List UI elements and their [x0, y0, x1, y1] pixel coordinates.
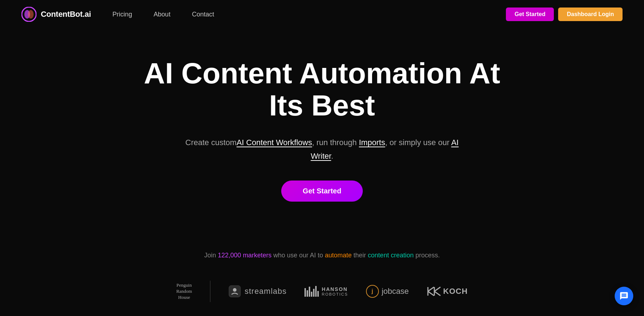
subtitle-middle: , run through: [312, 138, 357, 147]
prh-text: PenguinRandomHouse: [176, 282, 192, 301]
social-proof-text: Join 122,000 marketers who use our AI to…: [7, 252, 637, 259]
hanson-robotics-logo: HANSON ROBOTICS: [304, 286, 348, 297]
header: ContentBot.ai Pricing About Contact Get …: [0, 0, 644, 29]
chat-bubble-button[interactable]: [615, 287, 633, 305]
hanson-subtitle: ROBOTICS: [322, 292, 348, 296]
hanson-bars-icon: [304, 286, 319, 297]
main-nav: Pricing About Contact: [112, 11, 214, 18]
hanson-text: HANSON ROBOTICS: [322, 286, 348, 296]
jobcase-text: jobcase: [382, 287, 409, 296]
subtitle-link-imports[interactable]: Imports: [359, 138, 385, 147]
jobcase-j: j: [372, 288, 373, 295]
subtitle-after2: .: [331, 152, 333, 161]
svg-line-9: [434, 287, 440, 291]
chat-icon: [619, 291, 629, 301]
jobcase-logo: j jobcase: [366, 285, 409, 298]
logo-icon: [21, 7, 36, 22]
svg-point-2: [28, 10, 34, 19]
hanson-title: HANSON: [322, 286, 348, 292]
nav-contact[interactable]: Contact: [192, 11, 214, 18]
penguin-random-house-logo: PenguinRandomHouse: [176, 282, 192, 301]
social-proof-automate: automate: [325, 252, 352, 259]
get-started-hero-button[interactable]: Get Started: [281, 181, 363, 202]
hero-title: AI Content Automation At Its Best: [125, 57, 519, 122]
social-proof-middle: who use our AI to: [272, 252, 325, 259]
hero-subtitle: Create customAI Content Workflows, run t…: [179, 136, 465, 163]
header-left: ContentBot.ai Pricing About Contact: [21, 7, 214, 22]
logo-area[interactable]: ContentBot.ai: [21, 7, 91, 22]
social-proof-after1: their: [352, 252, 368, 259]
social-proof-content: content creation: [368, 252, 414, 259]
streamlabs-logo: streamlabs: [228, 285, 287, 298]
logo-text: ContentBot.ai: [41, 10, 91, 19]
streamlabs-icon: [228, 285, 241, 298]
svg-point-4: [233, 288, 236, 292]
dashboard-login-button[interactable]: Dashboard Login: [558, 8, 623, 21]
subtitle-before: Create custom: [185, 138, 236, 147]
header-right: Get Started Dashboard Login: [506, 8, 623, 21]
streamlabs-text: streamlabs: [245, 287, 287, 296]
nav-about[interactable]: About: [153, 11, 170, 18]
logo-divider-1: [210, 281, 210, 302]
logos-row: PenguinRandomHouse streamlabs: [7, 281, 637, 302]
social-proof-section: Join 122,000 marketers who use our AI to…: [0, 252, 644, 316]
koch-symbol-icon: [427, 286, 442, 296]
subtitle-after1: , or simply use our: [385, 138, 449, 147]
social-proof-after2: process.: [414, 252, 440, 259]
hero-section: AI Content Automation At Its Best Create…: [0, 29, 644, 252]
social-proof-count: 122,000 marketers: [218, 252, 272, 259]
jobcase-circle-icon: j: [366, 285, 379, 298]
koch-logo: KOCH: [427, 286, 468, 296]
svg-line-10: [434, 291, 440, 296]
get-started-header-button[interactable]: Get Started: [506, 8, 554, 21]
social-proof-before: Join: [204, 252, 218, 259]
nav-pricing[interactable]: Pricing: [112, 11, 132, 18]
subtitle-link-workflows[interactable]: AI Content Workflows: [236, 138, 312, 147]
koch-text: KOCH: [443, 287, 468, 296]
